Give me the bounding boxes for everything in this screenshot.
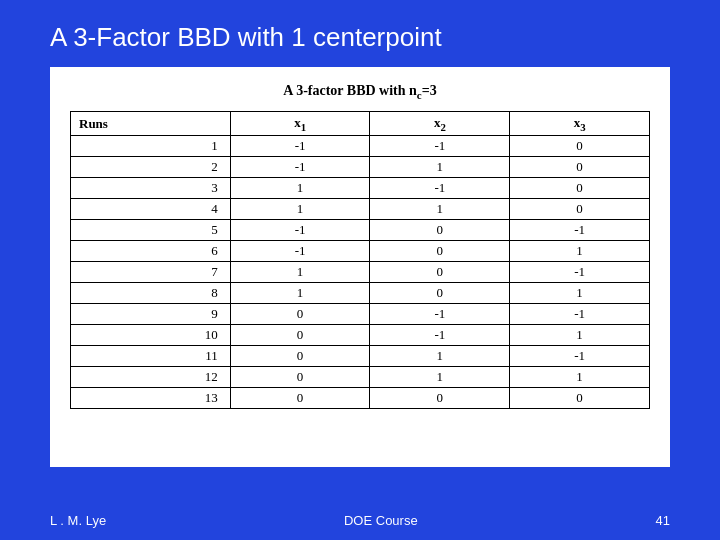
col-header-x3: x3 xyxy=(510,111,650,136)
table-cell: -1 xyxy=(370,136,510,157)
table-row: 5-10-1 xyxy=(71,220,650,241)
table-cell: 2 xyxy=(71,157,231,178)
table-cell: 11 xyxy=(71,346,231,367)
table-row: 12011 xyxy=(71,367,650,388)
table-cell: 0 xyxy=(230,367,370,388)
table-cell: -1 xyxy=(230,220,370,241)
table-cell: 1 xyxy=(510,367,650,388)
table-cell: 8 xyxy=(71,283,231,304)
content-area: A 3-factor BBD with nc=3 Runs x1 x2 x3 1… xyxy=(50,67,670,467)
table-cell: 4 xyxy=(71,199,231,220)
table-cell: 0 xyxy=(230,388,370,409)
table-cell: 0 xyxy=(510,388,650,409)
table-cell: 12 xyxy=(71,367,231,388)
table-cell: 0 xyxy=(230,304,370,325)
table-cell: 0 xyxy=(510,157,650,178)
table-cell: 13 xyxy=(71,388,231,409)
table-cell: 5 xyxy=(71,220,231,241)
table-cell: 1 xyxy=(230,178,370,199)
table-cell: 10 xyxy=(71,325,231,346)
table-row: 4110 xyxy=(71,199,650,220)
table-cell: 1 xyxy=(370,157,510,178)
table-cell: 0 xyxy=(370,283,510,304)
table-cell: 1 xyxy=(370,367,510,388)
table-row: 710-1 xyxy=(71,262,650,283)
table-row: 8101 xyxy=(71,283,650,304)
table-cell: 1 xyxy=(230,199,370,220)
table-cell: 7 xyxy=(71,262,231,283)
table-cell: -1 xyxy=(510,262,650,283)
footer-center: DOE Course xyxy=(344,513,418,528)
table-cell: 0 xyxy=(370,220,510,241)
col-header-runs: Runs xyxy=(71,111,231,136)
table-cell: -1 xyxy=(370,178,510,199)
table-cell: -1 xyxy=(230,241,370,262)
table-row: 13000 xyxy=(71,388,650,409)
table-cell: 9 xyxy=(71,304,231,325)
table-cell: -1 xyxy=(510,220,650,241)
table-row: 2-110 xyxy=(71,157,650,178)
table-cell: 1 xyxy=(370,199,510,220)
col-header-x2: x2 xyxy=(370,111,510,136)
table-row: 1101-1 xyxy=(71,346,650,367)
footer-right: 41 xyxy=(656,513,670,528)
table-cell: 0 xyxy=(510,178,650,199)
table-cell: 0 xyxy=(230,325,370,346)
table-cell: 0 xyxy=(510,136,650,157)
table-title: A 3-factor BBD with nc=3 xyxy=(70,83,650,101)
bbd-table: Runs x1 x2 x3 1-1-102-11031-1041105-10-1… xyxy=(70,111,650,410)
table-cell: 0 xyxy=(230,346,370,367)
table-cell: 6 xyxy=(71,241,231,262)
footer: L . M. Lye DOE Course 41 xyxy=(0,513,720,528)
col-header-x1: x1 xyxy=(230,111,370,136)
table-cell: 1 xyxy=(510,283,650,304)
table-row: 90-1-1 xyxy=(71,304,650,325)
table-cell: 0 xyxy=(510,199,650,220)
slide: A 3-Factor BBD with 1 centerpoint A 3-fa… xyxy=(0,0,720,540)
table-cell: -1 xyxy=(370,325,510,346)
table-cell: 1 xyxy=(230,262,370,283)
footer-left: L . M. Lye xyxy=(50,513,106,528)
table-cell: 0 xyxy=(370,262,510,283)
table-cell: 0 xyxy=(370,241,510,262)
table-cell: 3 xyxy=(71,178,231,199)
table-cell: -1 xyxy=(510,304,650,325)
table-cell: 0 xyxy=(370,388,510,409)
table-row: 31-10 xyxy=(71,178,650,199)
table-cell: -1 xyxy=(230,136,370,157)
slide-title: A 3-Factor BBD with 1 centerpoint xyxy=(0,0,720,67)
table-row: 1-1-10 xyxy=(71,136,650,157)
table-cell: 1 xyxy=(510,241,650,262)
table-row: 6-101 xyxy=(71,241,650,262)
table-cell: -1 xyxy=(510,346,650,367)
table-cell: 1 xyxy=(510,325,650,346)
table-cell: 1 xyxy=(230,283,370,304)
table-cell: -1 xyxy=(370,304,510,325)
table-cell: 1 xyxy=(370,346,510,367)
table-cell: 1 xyxy=(71,136,231,157)
table-row: 100-11 xyxy=(71,325,650,346)
table-cell: -1 xyxy=(230,157,370,178)
